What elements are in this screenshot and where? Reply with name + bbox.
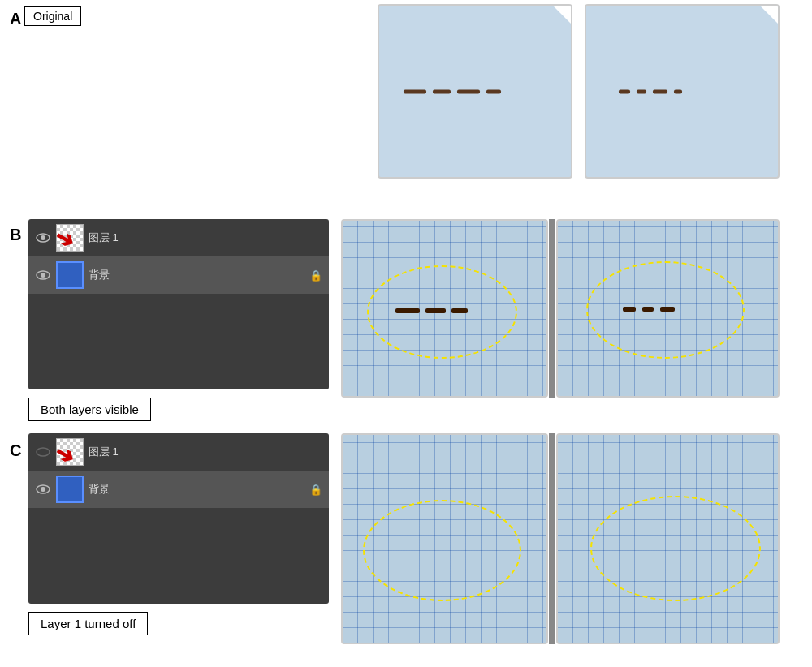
eye-icon-b-layer1[interactable] — [35, 230, 51, 246]
background-row-c[interactable]: 背景 🔒 — [28, 471, 329, 508]
section-label-b: B — [10, 226, 21, 244]
image-a1 — [378, 4, 572, 179]
divider-c — [549, 433, 555, 644]
image-b1 — [341, 219, 548, 398]
divider-b — [549, 219, 555, 398]
svg-point-1 — [41, 235, 45, 240]
image-c2 — [556, 433, 780, 644]
eye-icon-c-layer1[interactable] — [35, 444, 51, 460]
ellipse-c2 — [590, 496, 761, 601]
layer1-name-c: 图层 1 — [89, 445, 322, 459]
section-label-a: A — [10, 10, 21, 28]
eye-icon-b-bg[interactable] — [35, 267, 51, 283]
background-row-b[interactable]: 背景 🔒 — [28, 256, 329, 294]
image-a2 — [585, 4, 780, 179]
image-b2 — [556, 219, 780, 398]
svg-point-3 — [41, 273, 45, 278]
both-layers-label: Both layers visible — [28, 398, 151, 421]
original-label: Original — [24, 6, 81, 26]
layer-turned-off-label: Layer 1 turned off — [28, 612, 148, 635]
image-c1 — [341, 433, 548, 644]
svg-point-4 — [37, 448, 50, 456]
lock-icon-c: 🔒 — [309, 484, 322, 496]
ps-panel-c: 图层 1 背景 🔒 — [28, 433, 329, 604]
bg-thumb-b — [56, 261, 84, 289]
layer1-name-b: 图层 1 — [89, 230, 322, 245]
lock-icon-b: 🔒 — [309, 269, 322, 282]
bg-name-b: 背景 — [89, 268, 304, 282]
bg-thumb-c — [56, 476, 84, 503]
eye-icon-c-bg[interactable] — [35, 481, 51, 497]
bg-name-c: 背景 — [89, 482, 304, 497]
section-label-c: C — [10, 441, 21, 460]
ellipse-c1 — [363, 500, 521, 601]
svg-point-6 — [41, 487, 45, 492]
ps-panel-b: 图层 1 背景 🔒 — [28, 219, 329, 389]
